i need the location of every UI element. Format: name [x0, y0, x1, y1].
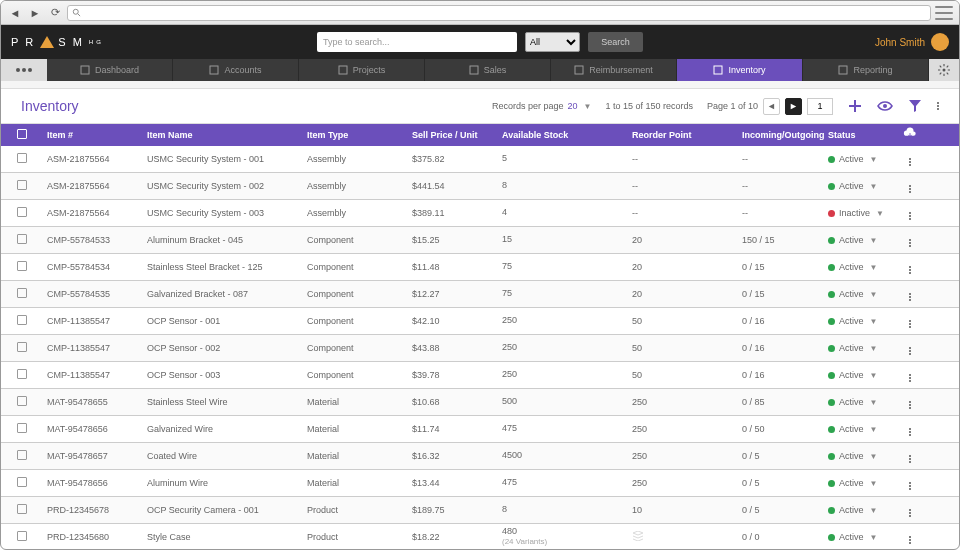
row-actions-button[interactable]: [909, 158, 911, 166]
table-row[interactable]: MAT-95478655Stainless Steel WireMaterial…: [1, 389, 959, 416]
row-actions-button[interactable]: [909, 293, 911, 301]
row-checkbox[interactable]: [17, 477, 27, 487]
chevron-down-icon[interactable]: ▼: [870, 290, 878, 299]
chevron-down-icon[interactable]: ▼: [870, 452, 878, 461]
col-item[interactable]: Item #: [43, 130, 143, 140]
row-checkbox[interactable]: [17, 153, 27, 163]
table-row[interactable]: CMP-55784533Aluminum Bracket - 045Compon…: [1, 227, 959, 254]
row-actions-button[interactable]: [909, 185, 911, 193]
chevron-down-icon[interactable]: ▼: [870, 236, 878, 245]
row-checkbox[interactable]: [17, 288, 27, 298]
nav-tab-accounts[interactable]: Accounts: [173, 59, 299, 81]
forward-button[interactable]: ►: [27, 5, 43, 21]
avatar[interactable]: [931, 33, 949, 51]
chevron-down-icon[interactable]: ▼: [870, 317, 878, 326]
row-checkbox[interactable]: [17, 261, 27, 271]
row-checkbox[interactable]: [17, 423, 27, 433]
row-actions-button[interactable]: [909, 509, 911, 517]
table-row[interactable]: ASM-21875564USMC Security System - 001As…: [1, 146, 959, 173]
nav-tab-sales[interactable]: Sales: [425, 59, 551, 81]
chevron-down-icon[interactable]: ▼: [870, 371, 878, 380]
row-checkbox[interactable]: [17, 504, 27, 514]
row-actions-button[interactable]: [909, 428, 911, 436]
row-actions-button[interactable]: [909, 401, 911, 409]
url-bar[interactable]: [67, 5, 931, 21]
col-status[interactable]: Status: [824, 130, 898, 140]
row-checkbox[interactable]: [17, 315, 27, 325]
view-button[interactable]: [877, 98, 893, 114]
chevron-down-icon[interactable]: ▼: [870, 155, 878, 164]
table-row[interactable]: ASM-21875564USMC Security System - 003As…: [1, 200, 959, 227]
chevron-down-icon[interactable]: ▼: [870, 182, 878, 191]
row-checkbox[interactable]: [17, 369, 27, 379]
add-button[interactable]: [847, 98, 863, 114]
nav-tab-projects[interactable]: Projects: [299, 59, 425, 81]
table-row[interactable]: CMP-55784535Galvanized Bracket - 087Comp…: [1, 281, 959, 308]
browser-menu-icon[interactable]: [935, 6, 953, 20]
table-row[interactable]: MAT-95478657Coated WireMaterial$16.32450…: [1, 443, 959, 470]
chevron-down-icon[interactable]: ▼: [870, 425, 878, 434]
row-actions-button[interactable]: [909, 212, 911, 220]
user-area[interactable]: John Smith: [875, 33, 949, 51]
table-row[interactable]: PRD-12345678OCP Security Camera - 001Pro…: [1, 497, 959, 524]
table-row[interactable]: MAT-95478656Aluminum WireMaterial$13.444…: [1, 470, 959, 497]
page-input[interactable]: [807, 98, 833, 115]
chevron-down-icon[interactable]: ▼: [870, 506, 878, 515]
nav-tab-reporting[interactable]: Reporting: [803, 59, 929, 81]
settings-button[interactable]: [929, 59, 959, 81]
chevron-down-icon[interactable]: ▼: [870, 344, 878, 353]
cloud-download-icon[interactable]: [903, 127, 917, 141]
table-row[interactable]: ASM-21875564USMC Security System - 002As…: [1, 173, 959, 200]
row-checkbox[interactable]: [17, 396, 27, 406]
global-search: All Search: [317, 32, 643, 52]
filter-button[interactable]: [907, 98, 923, 114]
table-row[interactable]: CMP-55784534Stainless Steel Bracket - 12…: [1, 254, 959, 281]
row-checkbox[interactable]: [17, 450, 27, 460]
table-row[interactable]: CMP-11385547OCP Sensor - 002Component$43…: [1, 335, 959, 362]
row-checkbox[interactable]: [17, 234, 27, 244]
chevron-down-icon[interactable]: ▼: [870, 263, 878, 272]
reload-button[interactable]: ⟳: [47, 5, 63, 21]
chevron-down-icon[interactable]: ▼: [870, 479, 878, 488]
table-row[interactable]: PRD-12345680Style CaseProduct$18.22480(2…: [1, 524, 959, 550]
row-actions-button[interactable]: [909, 482, 911, 490]
row-checkbox[interactable]: [17, 207, 27, 217]
nav-tab-reimbursement[interactable]: Reimbursement: [551, 59, 677, 81]
records-per-page[interactable]: Records per page 20 ▼: [492, 101, 591, 111]
row-actions-button[interactable]: [909, 455, 911, 463]
row-actions-button[interactable]: [909, 347, 911, 355]
nav-tab-inventory[interactable]: Inventory: [677, 59, 803, 81]
row-actions-button[interactable]: [909, 239, 911, 247]
row-checkbox[interactable]: [17, 180, 27, 190]
table-row[interactable]: CMP-11385547OCP Sensor - 003Component$39…: [1, 362, 959, 389]
row-actions-button[interactable]: [909, 320, 911, 328]
col-name[interactable]: Item Name: [143, 130, 303, 140]
page-prev-button[interactable]: ◄: [763, 98, 780, 115]
row-actions-button[interactable]: [909, 536, 911, 544]
search-input[interactable]: [317, 32, 517, 52]
col-io[interactable]: Incoming/Outgoing: [738, 130, 824, 140]
more-actions-button[interactable]: [937, 102, 939, 110]
table-row[interactable]: MAT-95478656Galvanized WireMaterial$11.7…: [1, 416, 959, 443]
chevron-down-icon[interactable]: ▼: [870, 533, 878, 542]
nav-more-button[interactable]: [1, 59, 47, 81]
back-button[interactable]: ◄: [7, 5, 23, 21]
col-reorder[interactable]: Reorder Point: [628, 130, 738, 140]
col-type[interactable]: Item Type: [303, 130, 408, 140]
search-button[interactable]: Search: [588, 32, 643, 52]
cell-price: $42.10: [408, 316, 498, 326]
row-actions-button[interactable]: [909, 374, 911, 382]
select-all-checkbox[interactable]: [17, 129, 27, 139]
chevron-down-icon[interactable]: ▼: [870, 398, 878, 407]
page-next-button[interactable]: ►: [785, 98, 802, 115]
search-filter-select[interactable]: All: [525, 32, 580, 52]
chevron-down-icon[interactable]: ▼: [876, 209, 884, 218]
cell-stock: 250: [498, 370, 628, 380]
table-row[interactable]: CMP-11385547OCP Sensor - 001Component$42…: [1, 308, 959, 335]
col-price[interactable]: Sell Price / Unit: [408, 130, 498, 140]
col-stock[interactable]: Available Stock: [498, 130, 628, 140]
row-actions-button[interactable]: [909, 266, 911, 274]
nav-tab-dashboard[interactable]: Dashboard: [47, 59, 173, 81]
row-checkbox[interactable]: [17, 531, 27, 541]
row-checkbox[interactable]: [17, 342, 27, 352]
